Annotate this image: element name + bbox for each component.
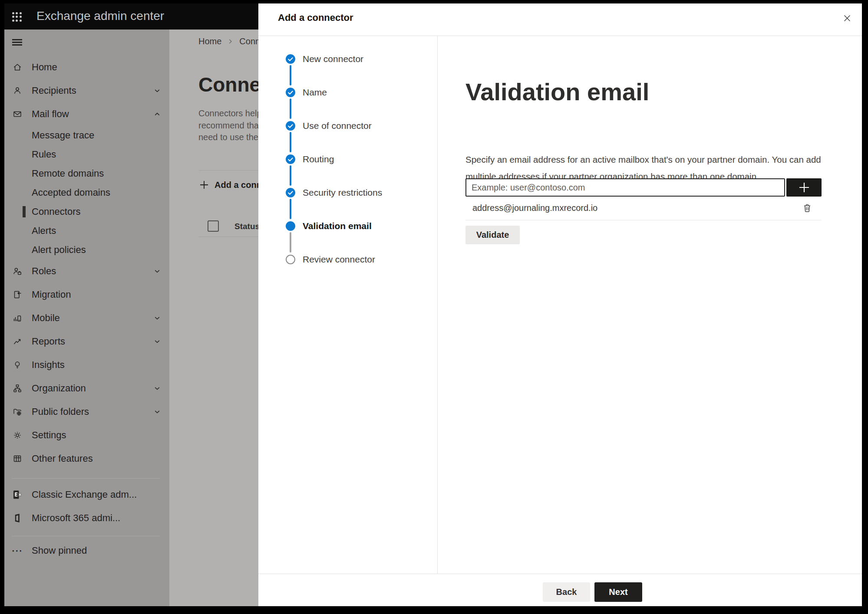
lightbulb-icon	[12, 360, 23, 370]
sidebar-item-mail-flow[interactable]: Mail flow	[4, 102, 169, 126]
sidebar-item-microsoft-365-admin[interactable]: Microsoft 365 admi...	[4, 506, 169, 530]
chevron-down-icon	[153, 86, 162, 95]
trash-icon[interactable]	[800, 200, 815, 215]
step-label: New connector	[303, 54, 363, 64]
sidebar-item-public-folders[interactable]: Public folders	[4, 400, 169, 424]
sidebar-item-label: Connectors	[32, 206, 81, 217]
person-icon	[12, 85, 23, 96]
email-input-row	[465, 178, 822, 197]
sidebar-divider	[12, 478, 160, 479]
step-review-connector[interactable]: Review connector	[258, 243, 437, 276]
sidebar-item-alerts[interactable]: Alerts	[4, 221, 169, 240]
step-routing[interactable]: Routing	[258, 142, 437, 176]
sidebar-item-home[interactable]: Home	[4, 56, 169, 79]
envelope-icon	[12, 109, 23, 119]
sidebar-item-label: Insights	[32, 359, 65, 371]
sidebar-item-label: Roles	[32, 266, 56, 277]
chevron-right-icon	[227, 38, 234, 45]
sidebar-item-label: Reports	[32, 336, 65, 347]
app-window: Exchange admin center Home Recipients	[4, 3, 862, 606]
sidebar-item-reports[interactable]: Reports	[4, 330, 169, 353]
next-button[interactable]: Next	[594, 582, 642, 602]
mobile-icon	[12, 313, 23, 323]
step-security-restrictions[interactable]: Security restrictions	[258, 176, 437, 209]
step-label: Review connector	[303, 254, 375, 265]
breadcrumb: Home Conne	[198, 36, 265, 46]
sidebar-item-other-features[interactable]: Other features	[4, 447, 169, 470]
sidebar-item-label: Rules	[32, 149, 56, 160]
sidebar-item-mobile[interactable]: Mobile	[4, 306, 169, 330]
close-icon[interactable]	[838, 10, 856, 27]
plus-icon	[796, 180, 812, 195]
sidebar-item-label: Organization	[32, 383, 86, 394]
sidebar-item-label: Migration	[32, 289, 71, 300]
sidebar-item-rules[interactable]: Rules	[4, 145, 169, 164]
microsoft-365-icon	[12, 513, 23, 523]
chevron-up-icon	[153, 110, 162, 118]
panel-heading: Validation email	[465, 78, 649, 106]
nav-collapse-icon[interactable]	[12, 39, 22, 46]
back-button[interactable]: Back	[543, 582, 590, 602]
select-all-checkbox[interactable]	[208, 220, 219, 232]
page-description: Connectors help recommend tha need to us…	[198, 108, 262, 144]
step-label: Name	[303, 87, 327, 98]
step-label: Validation email	[303, 221, 372, 231]
chevron-down-icon	[153, 314, 162, 322]
chevron-down-icon	[153, 384, 162, 393]
sidebar-item-alert-policies[interactable]: Alert policies	[4, 240, 169, 259]
sidebar-item-connectors[interactable]: Connectors	[4, 202, 169, 221]
sidebar-item-accepted-domains[interactable]: Accepted domains	[4, 183, 169, 202]
step-label: Use of connector	[303, 121, 372, 131]
sidebar-item-organization[interactable]: Organization	[4, 377, 169, 400]
gear-icon	[12, 430, 23, 440]
add-connector-button[interactable]: Add a conn	[198, 178, 262, 192]
step-validation-email[interactable]: Validation email	[258, 209, 437, 243]
chevron-down-icon	[153, 407, 162, 416]
step-new-connector[interactable]: New connector	[258, 42, 437, 76]
dialog-title: Add a connector	[278, 12, 353, 23]
sidebar-item-label: Microsoft 365 admi...	[32, 512, 120, 524]
step-label: Security restrictions	[303, 187, 382, 198]
app-launcher-icon[interactable]	[11, 11, 23, 23]
chevron-down-icon	[153, 337, 162, 346]
page-description-line: Connectors help	[198, 108, 262, 120]
folder-globe-icon	[12, 407, 23, 417]
sidebar-item-label: Other features	[32, 453, 93, 464]
wizard-steps: New connector Name Use of connector	[258, 36, 438, 574]
ellipsis-icon: ⋯	[12, 545, 23, 556]
step-name[interactable]: Name	[258, 76, 437, 109]
breadcrumb-home-link[interactable]: Home	[198, 36, 221, 46]
step-completed-icon	[286, 88, 295, 97]
step-label: Routing	[303, 154, 334, 164]
sidebar-item-label: Show pinned	[32, 545, 87, 556]
validate-button[interactable]: Validate	[465, 226, 520, 244]
sidebar-item-message-trace[interactable]: Message trace	[4, 126, 169, 145]
sidebar-item-recipients[interactable]: Recipients	[4, 79, 169, 102]
dialog-header: Add a connector	[258, 3, 862, 36]
plus-icon	[198, 179, 210, 190]
sidebar-item-label: Mobile	[32, 312, 60, 324]
sidebar-item-label: Classic Exchange adm...	[32, 489, 137, 500]
sidebar-item-label: Mail flow	[32, 108, 69, 120]
selected-indicator	[23, 206, 26, 217]
sidebar-item-remote-domains[interactable]: Remote domains	[4, 164, 169, 183]
table-icon	[12, 453, 23, 464]
step-use-of-connector[interactable]: Use of connector	[258, 109, 437, 142]
sidebar-item-show-pinned[interactable]: ⋯ Show pinned	[4, 539, 169, 562]
migration-icon	[12, 289, 23, 300]
sidebar-divider	[12, 536, 160, 536]
sidebar-item-insights[interactable]: Insights	[4, 353, 169, 377]
roles-icon	[12, 266, 23, 276]
app-title: Exchange admin center	[36, 9, 164, 23]
sidebar-item-settings[interactable]: Settings	[4, 424, 169, 447]
validation-email-input[interactable]	[465, 178, 785, 197]
sidebar-item-roles[interactable]: Roles	[4, 259, 169, 283]
sidebar-item-classic-exchange[interactable]: Classic Exchange adm...	[4, 483, 169, 506]
validation-email-panel: Validation email Specify an email addres…	[438, 36, 862, 574]
classic-exchange-icon	[12, 489, 23, 500]
add-email-button[interactable]	[786, 178, 822, 197]
email-address-value: address@journaling.mxrecord.io	[472, 203, 597, 213]
step-upcoming-icon	[286, 255, 295, 264]
sidebar-item-migration[interactable]: Migration	[4, 283, 169, 306]
sidebar-item-label: Message trace	[32, 130, 94, 141]
